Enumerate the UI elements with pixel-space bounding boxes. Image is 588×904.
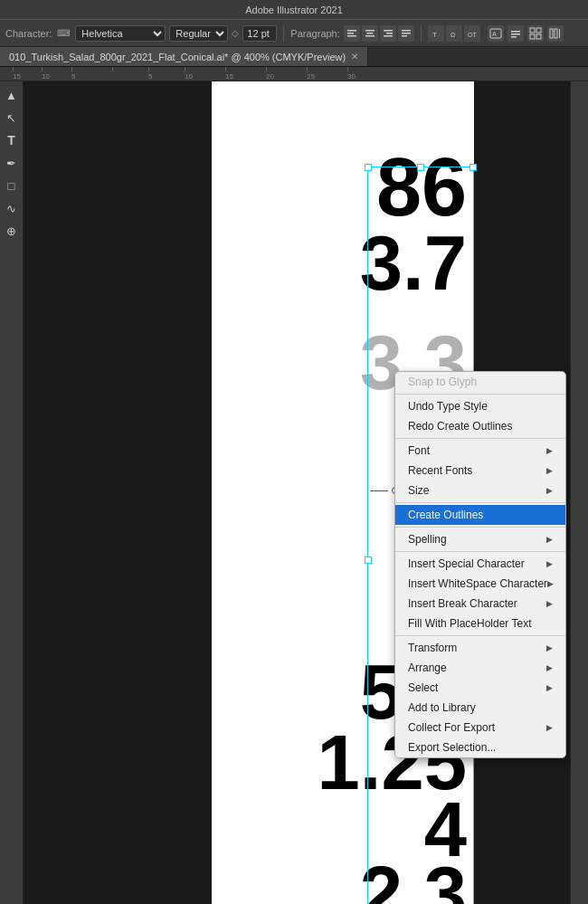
ruler-mark: 5	[148, 72, 152, 81]
svg-rect-19	[511, 36, 517, 38]
menu-item-fill-placeholder[interactable]: Fill With PlaceHolder Text	[395, 614, 565, 633]
ruler-mark: 25	[307, 72, 315, 81]
font-size-input[interactable]	[242, 25, 277, 42]
ruler-tick	[13, 67, 14, 71]
menu-item-label: Insert WhiteSpace Character	[408, 577, 547, 590]
menu-item-insert-break[interactable]: Insert Break Character ▶	[395, 594, 565, 614]
char-panel-icon[interactable]: A	[488, 25, 504, 42]
align-right-icon[interactable]	[380, 25, 396, 42]
toolbar-separator-2	[421, 25, 422, 42]
font-style-selector[interactable]: Regular	[169, 25, 228, 42]
opentype-icon[interactable]: OT	[464, 25, 480, 42]
font-selector[interactable]: Helvetica	[75, 25, 166, 42]
submenu-arrow: ▶	[546, 663, 553, 672]
menu-item-create-outlines[interactable]: Create Outlines	[395, 505, 565, 525]
menu-item-label: Font	[408, 444, 430, 457]
paragraph-label: Paragraph:	[290, 28, 339, 39]
menu-item-recent-fonts[interactable]: Recent Fonts ▶	[395, 461, 565, 481]
file-tab-close[interactable]: ✕	[351, 52, 358, 62]
select-tool[interactable]: ▲	[2, 85, 22, 105]
file-tab-name: 010_Turkish_Salad_800gr_2021_Flat_Conica…	[9, 52, 346, 62]
ruler-mark: 20	[266, 72, 274, 81]
left-toolbar: ▲ ↖ T ✒ □ ∿ ⊕	[0, 81, 24, 904]
menu-item-insert-whitespace[interactable]: Insert WhiteSpace Character ▶	[395, 574, 565, 594]
main-area: ▲ ↖ T ✒ □ ∿ ⊕ 86 3.7 3.3 5.4 1.25 4 2.3	[0, 81, 588, 904]
ruler-mark: 10	[185, 72, 193, 81]
menu-item-label: Insert Special Character	[408, 557, 525, 570]
menu-item-size[interactable]: Size ▶	[395, 481, 565, 500]
character-label: Character:	[5, 28, 52, 39]
menu-item-spelling[interactable]: Spelling ▶	[395, 529, 565, 549]
menu-item-transform[interactable]: Transform ▶	[395, 638, 565, 658]
ruler-mark: 15	[13, 72, 21, 81]
svg-rect-6	[384, 30, 393, 32]
pen-tool[interactable]: ✒	[2, 153, 22, 173]
menu-item-select[interactable]: Select ▶	[395, 678, 565, 698]
svg-text:T: T	[432, 31, 437, 38]
svg-rect-17	[511, 31, 520, 33]
character-icon: ⌨	[57, 28, 70, 38]
ruler-marks: 15 10 5 5 10 15 20 25 30	[4, 67, 588, 81]
titlebar: Adobe Illustrator 2021	[0, 0, 588, 20]
justify-icon[interactable]	[398, 25, 414, 42]
svg-rect-22	[530, 34, 535, 39]
ruler-tick	[148, 67, 149, 71]
brush-tool[interactable]: ∿	[2, 198, 22, 218]
menu-item-label: Fill With PlaceHolder Text	[408, 617, 532, 630]
zoom-tool[interactable]: ⊕	[2, 221, 22, 241]
ruler-tick	[112, 67, 113, 71]
menu-item-collect-for-export[interactable]: Collect For Export ▶	[395, 718, 565, 737]
submenu-arrow: ▶	[546, 466, 553, 475]
svg-rect-7	[386, 33, 393, 34]
menu-item-label: Export Selection...	[408, 741, 496, 754]
shape-tool[interactable]: □	[2, 176, 22, 195]
menu-item-label: Transform	[408, 642, 457, 654]
svg-text:Ω: Ω	[450, 32, 455, 38]
svg-rect-11	[402, 35, 407, 37]
svg-rect-0	[347, 30, 356, 32]
menu-separator	[395, 551, 565, 552]
ruler-tick	[307, 67, 308, 71]
svg-rect-1	[347, 33, 354, 34]
app-title: Adobe Illustrator 2021	[245, 5, 343, 15]
direct-select-tool[interactable]: ↖	[2, 108, 22, 128]
file-tab[interactable]: 010_Turkish_Salad_800gr_2021_Flat_Conica…	[0, 47, 368, 66]
menu-item-export-selection[interactable]: Export Selection...	[395, 737, 565, 757]
ruler-mark: 10	[42, 72, 50, 81]
grid-icon[interactable]	[527, 25, 544, 42]
svg-rect-18	[511, 33, 520, 35]
svg-text:OT: OT	[468, 32, 477, 38]
submenu-arrow: ▶	[546, 723, 553, 732]
type-tool[interactable]: T	[2, 130, 22, 150]
align-center-icon[interactable]	[362, 25, 378, 42]
glyphs-icon[interactable]: Ω	[446, 25, 462, 42]
canvas-area[interactable]: 86 3.7 3.3 5.4 1.25 4 2.3 Snap	[24, 81, 570, 904]
menu-item-redo[interactable]: Redo Create Outlines	[395, 416, 565, 436]
menu-item-undo[interactable]: Undo Type Style	[395, 396, 565, 416]
menu-separator	[395, 438, 565, 439]
menu-item-snap-to-glyph: Snap to Glyph	[395, 372, 565, 392]
submenu-arrow: ▶	[546, 599, 553, 608]
menu-item-arrange[interactable]: Arrange ▶	[395, 658, 565, 678]
ruler-tick	[185, 67, 185, 71]
extra-panel-icon[interactable]	[507, 25, 524, 42]
ruler: 15 10 5 5 10 15 20 25 30	[0, 67, 588, 81]
menu-item-insert-special-char[interactable]: Insert Special Character ▶	[395, 554, 565, 574]
menu-separator	[395, 635, 565, 636]
menu-item-add-to-library[interactable]: Add to Library	[395, 698, 565, 718]
menu-item-label: Snap to Glyph	[408, 376, 477, 388]
menu-separator	[395, 394, 565, 395]
menu-item-label: Undo Type Style	[408, 400, 488, 413]
context-menu: Snap to Glyph Undo Type Style Redo Creat…	[394, 371, 566, 758]
menu-separator	[395, 502, 565, 503]
ruler-tick	[266, 67, 267, 71]
canvas-text-37: 3.7	[360, 224, 467, 301]
type-options-icon[interactable]: T	[428, 25, 444, 42]
menu-item-font[interactable]: Font ▶	[395, 441, 565, 461]
columns-icon[interactable]	[547, 25, 564, 42]
submenu-arrow: ▶	[547, 579, 554, 588]
menu-item-label: Insert Break Character	[408, 597, 517, 610]
align-left-icon[interactable]	[344, 25, 360, 42]
svg-rect-5	[365, 35, 375, 37]
right-panel	[570, 81, 588, 904]
